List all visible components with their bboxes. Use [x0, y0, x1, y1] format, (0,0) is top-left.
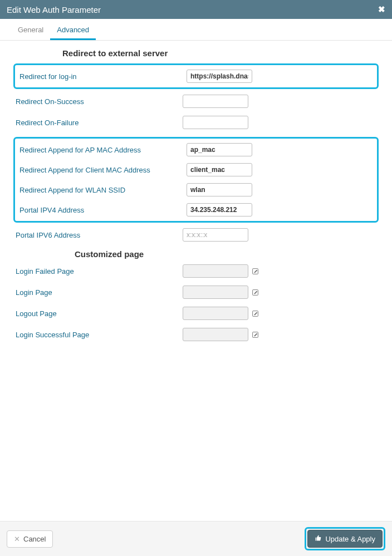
row-redirect-failure: Redirect On-Failure — [13, 116, 379, 129]
cancel-button-label: Cancel — [23, 535, 46, 543]
tab-general[interactable]: General — [11, 21, 50, 40]
label-portal-ipv4: Portal IPV4 Address — [19, 206, 187, 214]
update-apply-label: Update & Apply — [325, 535, 375, 543]
input-append-ap-mac[interactable] — [187, 143, 252, 156]
row-redirect-success: Redirect On-Success — [13, 95, 379, 108]
input-portal-ipv6[interactable] — [183, 228, 248, 242]
edit-icon[interactable] — [252, 310, 259, 317]
label-redirect-failure: Redirect On-Failure — [16, 119, 183, 127]
input-portal-ipv4[interactable] — [187, 203, 252, 217]
modal-header: Edit Web Auth Parameter ✖ — [0, 0, 392, 19]
modal-body: Redirect to external server Redirect for… — [0, 41, 392, 521]
label-append-wlan-ssid: Redirect Append for WLAN SSID — [19, 186, 187, 194]
x-icon: ✕ — [14, 535, 20, 543]
row-redirect-login: Redirect for log-in — [17, 70, 375, 83]
input-redirect-failure[interactable] — [183, 116, 248, 129]
edit-icon[interactable] — [252, 289, 259, 296]
label-append-ap-mac: Redirect Append for AP MAC Address — [19, 146, 187, 154]
label-login-success-page: Login Successful Page — [16, 331, 183, 339]
modal-title: Edit Web Auth Parameter — [7, 5, 101, 14]
row-login-page: Login Page — [13, 286, 379, 299]
label-portal-ipv6: Portal IPV6 Address — [16, 231, 183, 239]
edit-icon[interactable] — [252, 331, 259, 338]
input-login-failed-page — [183, 264, 248, 278]
input-redirect-login[interactable] — [187, 70, 252, 83]
label-login-page: Login Page — [16, 288, 183, 297]
row-portal-ipv4: Portal IPV4 Address — [17, 203, 375, 217]
input-login-success-page — [183, 328, 248, 341]
label-redirect-success: Redirect On-Success — [16, 97, 183, 106]
row-login-success-page: Login Successful Page — [13, 328, 379, 341]
tabs: General Advanced — [0, 21, 392, 41]
highlight-apply-button: Update & Apply — [305, 527, 385, 550]
row-append-ap-mac: Redirect Append for AP MAC Address — [17, 143, 375, 156]
row-append-wlan-ssid: Redirect Append for WLAN SSID — [17, 183, 375, 196]
row-portal-ipv6: Portal IPV6 Address — [13, 228, 379, 242]
input-append-wlan-ssid[interactable] — [187, 183, 252, 196]
close-icon[interactable]: ✖ — [378, 4, 385, 14]
highlight-append-group: Redirect Append for AP MAC Address Redir… — [13, 137, 379, 223]
label-login-failed-page: Login Failed Page — [16, 267, 183, 275]
row-append-client-mac: Redirect Append for Client MAC Address — [17, 163, 375, 176]
edit-web-auth-modal: Edit Web Auth Parameter ✖ General Advanc… — [0, 0, 392, 556]
thumbs-up-icon — [315, 534, 322, 543]
row-login-failed-page: Login Failed Page — [13, 264, 379, 278]
input-append-client-mac[interactable] — [187, 163, 252, 176]
label-redirect-login: Redirect for log-in — [19, 72, 187, 81]
highlight-redirect-login: Redirect for log-in — [13, 63, 379, 89]
section-customized-title: Customized page — [13, 249, 379, 259]
row-logout-page: Logout Page — [13, 307, 379, 320]
update-apply-button[interactable]: Update & Apply — [307, 530, 383, 548]
cancel-button[interactable]: ✕ Cancel — [7, 530, 53, 548]
section-redirect-title: Redirect to external server — [13, 48, 379, 58]
input-logout-page — [183, 307, 248, 320]
input-redirect-success[interactable] — [183, 95, 248, 108]
modal-footer: ✕ Cancel Update & Apply — [0, 521, 392, 556]
input-login-page — [183, 286, 248, 299]
label-logout-page: Logout Page — [16, 309, 183, 318]
edit-icon[interactable] — [252, 268, 259, 275]
tab-advanced[interactable]: Advanced — [50, 21, 96, 40]
label-append-client-mac: Redirect Append for Client MAC Address — [19, 166, 187, 174]
